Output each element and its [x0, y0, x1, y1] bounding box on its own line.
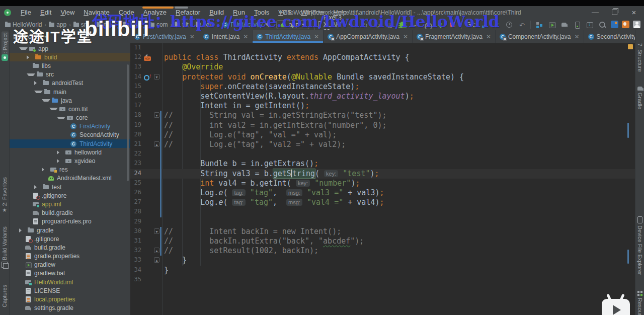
fold-marker[interactable]: ▴ [154, 248, 159, 253]
fold-marker[interactable]: ▾ [154, 112, 159, 118]
code-line-32[interactable]: 32▴// setResult(1002, backIn); [130, 246, 635, 256]
tree-item-secondactivity[interactable]: SecondActivity [10, 131, 130, 139]
code-line-17[interactable]: 17 Intent in = getIntent(); [130, 101, 635, 111]
qq-blue-icon[interactable] [611, 21, 619, 29]
tree-item-androidtest[interactable]: androidTest [10, 79, 130, 88]
gradle-sync-icon[interactable] [560, 21, 569, 29]
fold-marker[interactable]: ▴ [154, 141, 159, 147]
scrollbar-change-mark[interactable] [627, 250, 629, 264]
code-line-14[interactable]: 14▾ protected void onCreate(@Nullable Bu… [130, 72, 635, 82]
device-manager-icon[interactable] [573, 21, 581, 29]
expand-arrow-open[interactable] [34, 91, 43, 93]
close-icon[interactable]: ✕ [574, 33, 579, 40]
tree-item-firstactivity[interactable]: FirstActivity [10, 122, 130, 131]
code-line-22[interactable]: 22 [130, 149, 635, 159]
expand-arrow-open[interactable] [27, 73, 35, 76]
code-line-12[interactable]: 12public class ThirdActivity extends App… [130, 53, 635, 62]
fold-marker[interactable]: ▴ [154, 257, 159, 263]
tree-item-proguard-rules.pro[interactable]: proguard-rules.pro [10, 217, 130, 226]
avatar-icon[interactable] [633, 21, 641, 29]
fold-marker[interactable]: ▾ [154, 228, 159, 234]
override-gutter-icon[interactable] [144, 74, 151, 81]
tool-stripe-pin-icon[interactable] [2, 54, 8, 61]
code-line-31[interactable]: 31// backIn.putExtra("back", "abcdef"); [130, 237, 635, 246]
code-line-24[interactable]: 24 String val3 = b.getString( key: "test… [130, 169, 635, 179]
tool-button-structure[interactable]: 7: Structure [635, 43, 644, 72]
tree-item-gradlew.bat[interactable]: gradlew.bat [10, 269, 130, 278]
expand-arrow-open[interactable] [49, 108, 58, 110]
close-icon[interactable]: ✕ [243, 33, 248, 40]
tree-item-settings.gradle[interactable]: settings.gradle [10, 304, 130, 312]
code-line-23[interactable]: 23 Bundle b = in.getExtras(); [130, 159, 635, 169]
tree-item-res[interactable]: res [10, 166, 130, 174]
code-line-27[interactable]: 27 Log.e( tag: "tag", msg: "val4 =" + va… [130, 198, 635, 207]
tree-item-xgvideo[interactable]: xgvideo [10, 156, 130, 165]
code-line-34[interactable]: 34} [130, 266, 635, 275]
tree-item-.gitignore[interactable]: .gitignore [10, 191, 130, 200]
expand-arrow-closed[interactable] [42, 168, 49, 172]
tree-item-.gitignore[interactable]: .gitignore [10, 234, 130, 243]
close-icon[interactable]: ✕ [190, 33, 195, 40]
class-gutter-icon[interactable] [144, 54, 151, 61]
tree-item-main[interactable]: main [10, 88, 130, 96]
code-line-11[interactable]: 11 [130, 43, 635, 53]
code-line-16[interactable]: 16 setContentView(R.layout.third_activit… [130, 92, 635, 101]
close-icon[interactable]: ✕ [403, 33, 408, 40]
tree-item-gradle.properties[interactable]: gradle.properties [10, 252, 130, 261]
tool-button-resource-manager[interactable]: Resource M [635, 291, 644, 315]
code-editor[interactable]: 1112public class ThirdActivity extends A… [130, 43, 635, 315]
rollback-icon[interactable]: ↶ [518, 21, 526, 29]
fold-marker[interactable]: ▾ [154, 74, 159, 80]
tab-componentactivity[interactable]: CComponentActivity.java✕ [496, 30, 584, 43]
expand-arrow-open[interactable] [19, 47, 28, 50]
tab-fragmentactivity[interactable]: CFragmentActivity.java✕ [413, 30, 496, 43]
expand-arrow-closed[interactable] [57, 159, 64, 163]
avd-manager-icon[interactable] [548, 21, 556, 29]
sdk-manager-icon[interactable] [586, 21, 594, 29]
tree-item-build.gradle[interactable]: build.gradle [10, 243, 130, 252]
expand-arrow-closed[interactable] [34, 81, 41, 85]
tree-item-helloworld.iml[interactable]: HelloWorld.iml [10, 278, 130, 286]
code-line-18[interactable]: 18▾// String val = in.getStringExtra("te… [130, 111, 635, 120]
code-line-19[interactable]: 19// int val2 = in.getIntExtra("number",… [130, 121, 635, 130]
tool-button-favorites[interactable]: 2: Favorites ★ [2, 177, 8, 213]
tree-item-core[interactable]: core [10, 114, 130, 122]
expand-arrow-closed[interactable] [27, 55, 34, 59]
menu-file[interactable]: File [16, 6, 36, 19]
expand-arrow-open[interactable] [57, 117, 65, 119]
expand-arrow-open[interactable] [42, 99, 50, 102]
history-icon[interactable] [505, 21, 513, 29]
tool-button-build-variants[interactable]: Build Variants [2, 226, 8, 268]
tree-item-build[interactable]: build [10, 53, 130, 61]
tree-scrollbar[interactable] [127, 64, 129, 181]
tree-item-libs[interactable]: libs [10, 61, 130, 70]
tool-button-device-file-explorer[interactable]: Device File Explorer [635, 216, 644, 275]
search-everywhere-icon[interactable] [598, 21, 606, 29]
tree-item-gradlew[interactable]: gradlew [10, 261, 130, 269]
code-line-25[interactable]: 25 int val4 = b.getInt( key: "number"); [130, 179, 635, 188]
code-line-21[interactable]: 21▴// Log.e("tag", "val2 =" + val2); [130, 140, 635, 149]
tree-item-gradle[interactable]: gradle [10, 226, 130, 234]
code-line-26[interactable]: 26 Log.e( tag: "tag", msg: "val3 =" + va… [130, 188, 635, 198]
tree-item-com.ttit[interactable]: com.ttit [10, 105, 130, 113]
project-structure-icon[interactable] [535, 21, 543, 29]
menu-view[interactable]: View [56, 6, 79, 19]
close-icon[interactable]: ✕ [486, 33, 491, 40]
code-line-13[interactable]: 13 @Override [130, 62, 635, 72]
qq-orange-icon[interactable] [622, 21, 630, 29]
tree-item-app.iml[interactable]: app.iml [10, 200, 130, 208]
menu-edit[interactable]: Edit [36, 6, 56, 19]
code-line-30[interactable]: 30▾// Intent backIn = new Intent(); [130, 227, 635, 237]
code-line-28[interactable]: 28 [130, 207, 635, 217]
scrollbar-change-mark[interactable] [627, 123, 629, 138]
expand-arrow-closed[interactable] [57, 150, 64, 154]
code-line-33[interactable]: 33▴ } [130, 256, 635, 265]
tree-item-local.properties[interactable]: local.properties [10, 295, 130, 303]
tree-item-src[interactable]: src [10, 70, 130, 79]
expand-arrow-closed[interactable] [34, 185, 41, 189]
tree-item-license[interactable]: LICENSE [10, 286, 130, 295]
tree-item-thirdactivity[interactable]: ThirdActivity [10, 139, 130, 148]
tree-item-build.gradle[interactable]: build.gradle [10, 209, 130, 217]
tree-item-java[interactable]: java [10, 96, 130, 105]
code-line-29[interactable]: 29 [130, 217, 635, 227]
